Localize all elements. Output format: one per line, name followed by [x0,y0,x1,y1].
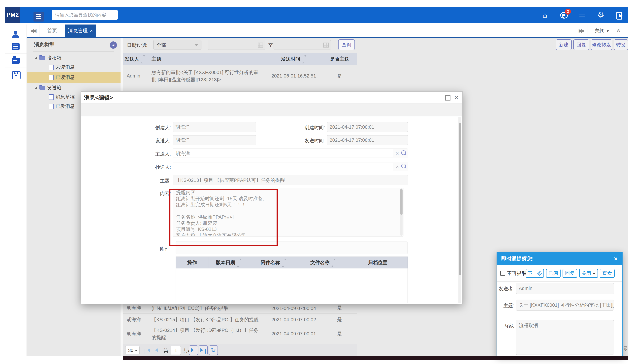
notif-content-textarea[interactable]: 流程取消 [516,320,614,355]
notif-subject-label: 主题: [498,302,514,309]
sender-field[interactable]: 胡海洋 [173,135,256,145]
modify-forward-button[interactable]: 修改转发 [591,40,612,50]
maximize-icon[interactable] [445,95,451,100]
cc-field[interactable]: × [173,162,408,172]
tree-item-inbox[interactable]: 接收箱 [27,53,121,62]
collapse-panel-button[interactable]: ◀ [110,42,117,49]
to-field[interactable]: 胡海洋 × [173,148,408,158]
col-version-date[interactable]: 版本日期 [209,257,249,268]
search-lookup-icon[interactable] [401,150,406,155]
subject-label: 主题: [134,178,171,184]
table-row[interactable]: 胡海洋 【KS-0214】项目 【发行KD部品PO（HJ）】任务的提醒 2021… [123,326,357,342]
close-tab-icon[interactable]: × [90,28,93,33]
clear-icon[interactable]: × [395,150,399,156]
view-button[interactable]: 查看 [600,268,614,278]
settings-button[interactable]: ⚙ [596,10,605,20]
close-tabs-dropdown[interactable]: 关闭 ▼ [590,24,614,37]
tree-item-unread[interactable]: 未读消息 [27,62,121,72]
sent-time-field[interactable]: 2021-04-17 07:00:01 [327,135,408,145]
col-sent-time[interactable]: 发送时间 [265,53,322,65]
scroll-tabs-right-icon[interactable]: ▶▶ [579,24,584,37]
search-lookup-icon[interactable] [401,164,406,168]
task-list-icon[interactable] [12,43,20,50]
org-structure-icon[interactable] [12,71,21,79]
col-file-name[interactable]: 文件名称 [298,257,348,268]
col-operation[interactable]: 操作 [176,257,209,268]
close-icon[interactable]: × [614,252,617,265]
sort-icon[interactable] [331,257,336,268]
tree-expander-icon[interactable] [35,57,37,59]
scrollbar-thumb[interactable] [400,189,402,215]
reply-button[interactable]: 回复 [563,268,577,278]
modal-scrollbar[interactable] [459,117,461,304]
table-row[interactable]: Admin 您有新的审批<关于 [KXXFX0001] 可行性分析的审批 [丰田… [123,65,357,87]
scrollbar-thumb[interactable] [459,123,461,276]
new-button[interactable]: 新建 [556,40,572,50]
close-dropdown-button[interactable]: 关闭 ▼ [579,268,598,278]
clear-icon[interactable]: × [395,164,399,170]
tree-item-read[interactable]: 已读消息 [27,72,121,83]
next-item-button[interactable]: 下一条 [526,268,544,278]
tab-home[interactable]: 首页 [39,24,65,37]
sort-icon[interactable] [141,53,145,66]
modal-title: 消息<编辑> [84,92,113,104]
menu-button[interactable] [577,10,587,20]
sort-icon[interactable] [282,257,286,268]
content-scrollbar[interactable] [400,188,402,236]
col-archive-location[interactable]: 归档位置 [348,257,407,268]
calendar-icon[interactable] [258,42,263,48]
query-button[interactable]: 查询 [338,40,355,50]
forward-button[interactable]: 转发 [614,40,628,50]
notif-content-label: 内容: [498,323,514,330]
date-from-input[interactable] [208,40,265,50]
collapse-tabbar-icon[interactable]: « [613,29,625,32]
page-size-select[interactable]: 30 [125,346,140,354]
tree-expander-icon[interactable] [35,86,37,89]
calendar-icon[interactable] [323,42,329,48]
next-page-button[interactable] [189,346,198,355]
search-input[interactable] [52,10,118,20]
tab-bar: ◀◀ 首页 消息管理× ▶▶ 关闭 ▼ « [27,24,628,38]
date-range-select[interactable]: 全部 [153,40,201,50]
tree-item-outbox[interactable]: 发送箱 [27,83,121,92]
col-sender[interactable]: 发送人 [123,53,147,65]
scroll-tabs-left-icon[interactable]: ◀◀ [30,24,35,37]
col-subject[interactable]: 主题 [147,53,265,65]
sort-icon[interactable] [237,257,242,268]
file-icon [49,94,54,100]
first-page-icon[interactable] [145,348,150,354]
left-icon-sidebar [5,24,27,356]
last-page-button[interactable] [199,346,207,355]
home-button[interactable]: ⌂ [540,10,550,20]
tab-message-management[interactable]: 消息管理× [65,24,96,37]
created-time-field[interactable]: 2021-04-17 07:00:01 [327,122,408,132]
sidebar-toggle-button[interactable]: ▸ [34,12,44,22]
reply-button[interactable]: 回复 [573,40,589,50]
prev-page-icon[interactable] [153,348,158,353]
bottom-strip [123,356,628,360]
sort-icon[interactable] [302,53,307,66]
user-icon[interactable] [12,31,20,39]
refresh-button[interactable]: ↻ [209,346,218,355]
notif-sender-field[interactable]: Admin [516,283,614,294]
mark-read-button[interactable]: 已阅 [546,268,561,278]
close-icon[interactable]: × [454,92,459,102]
notif-subject-field[interactable]: 关于 [KXXFX0001] 可行性分析的审批 [丰田][温度传感 [516,300,614,310]
page-number-input[interactable]: 1 [171,346,181,355]
page-prefix-label: 第 [163,348,168,354]
creator-field[interactable]: 胡海洋 [173,122,256,132]
subject-field[interactable]: 【KS-0213】项目 【供应商PPAP认可】任务的提醒 [173,175,408,185]
col-attachment-name[interactable]: 附件名称 [249,257,298,268]
date-to-label: 至 [268,42,273,49]
dont-remind-label: 不再提醒 [507,265,526,282]
table-row[interactable]: 胡海洋 【KS-0215】项目 【发行KD部品PO 】任务的提醒 2021-04… [123,314,357,326]
date-to-input[interactable] [274,40,331,50]
dont-remind-checkbox[interactable] [500,270,505,276]
messages-button[interactable]: 2 [559,10,568,20]
col-is-main[interactable]: 是否主送 [322,53,357,65]
logout-button[interactable]: ▶ [615,10,624,20]
printer-icon[interactable] [12,58,20,64]
modal-toolbar [81,104,462,116]
file-icon [49,64,54,70]
created-time-label: 创建时间: [289,124,325,131]
